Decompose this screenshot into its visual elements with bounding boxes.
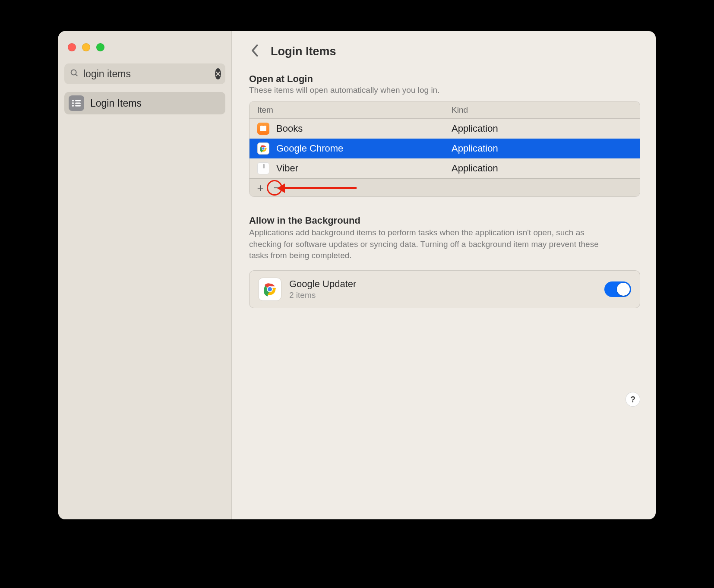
svg-rect-7 [75,103,81,104]
fullscreen-window-button[interactable] [96,43,104,51]
svg-rect-9 [75,105,81,107]
login-items-icon [69,95,84,111]
clear-search-button[interactable] [215,68,221,79]
search-icon [70,68,79,79]
svg-point-0 [71,70,76,75]
table-row[interactable]: Viber Application [250,158,640,178]
row-kind: Application [448,123,640,134]
plus-icon: + [257,182,263,193]
row-name: Google Chrome [276,143,343,154]
page-title: Login Items [271,45,336,58]
help-button[interactable]: ? [626,392,640,407]
toggle-knob [617,283,630,296]
chrome-app-icon [257,142,269,155]
table-footer: + − [250,178,640,196]
remove-button[interactable]: − [269,181,284,194]
back-button[interactable] [249,42,261,60]
table-header: Item Kind [250,101,640,119]
background-heading: Allow in the Background [249,215,640,226]
background-item-name: Google Updater [289,278,597,290]
open-at-login-subheading: These items will open automatically when… [249,85,640,95]
login-items-table: Item Kind Books Application [249,101,640,197]
column-header-item[interactable]: Item [250,105,448,115]
background-section: Allow in the Background Applications add… [249,215,640,308]
background-item-sub: 2 items [289,291,597,300]
svg-line-1 [76,74,77,76]
svg-rect-5 [75,100,81,101]
row-kind: Application [448,163,640,174]
background-subheading: Applications add background items to per… [249,227,607,262]
annotation-arrow [283,187,357,189]
sidebar: Login Items [58,31,232,519]
column-header-kind[interactable]: Kind [448,105,640,115]
background-item-toggle[interactable] [604,281,631,297]
settings-window: Login Items Login Items Open at Login Th… [58,31,656,519]
row-name: Viber [276,163,298,174]
titlebar: Login Items [249,42,640,60]
background-item: Google Updater 2 items [249,270,640,308]
books-app-icon [257,123,269,135]
viber-app-icon [257,162,269,174]
table-row[interactable]: Google Chrome Application [250,139,640,158]
table-row[interactable]: Books Application [250,119,640,139]
open-at-login-section: Open at Login These items will open auto… [249,73,640,197]
window-controls [64,40,225,63]
question-mark-icon: ? [630,395,635,405]
close-window-button[interactable] [68,43,76,51]
search-input[interactable] [79,68,215,80]
background-item-text: Google Updater 2 items [289,278,597,300]
main-content: Login Items Open at Login These items wi… [232,31,656,519]
minimize-window-button[interactable] [82,43,90,51]
table-body: Books Application Google Chrome Applicat… [250,119,640,178]
row-kind: Application [448,143,640,154]
add-button[interactable]: + [253,181,268,194]
minus-icon: − [273,182,280,193]
open-at-login-heading: Open at Login [249,73,640,85]
sidebar-item-login-items[interactable]: Login Items [64,92,225,114]
svg-point-6 [72,102,74,104]
chrome-app-icon [258,278,281,301]
sidebar-item-label: Login Items [90,98,142,109]
svg-point-8 [72,105,74,107]
row-name: Books [276,123,303,134]
svg-point-4 [72,100,74,101]
search-field[interactable] [64,63,225,84]
